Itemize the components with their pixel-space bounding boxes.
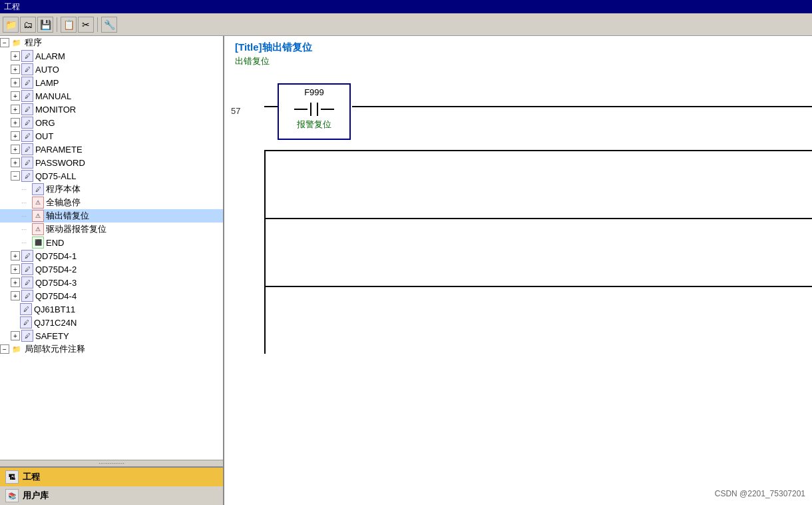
local-expander[interactable]: − xyxy=(0,344,9,354)
toolbar-cut-btn[interactable]: ✂ xyxy=(78,17,94,33)
alarm-expander[interactable]: + xyxy=(11,51,20,61)
auto-expander[interactable]: + xyxy=(11,65,20,74)
program-icon-qd75d41: 🖊 xyxy=(21,250,33,262)
qj71c24n-label: QJ71C24N xyxy=(34,318,77,328)
folder-icon-local: 📁 xyxy=(11,343,23,355)
lamp-expander[interactable]: + xyxy=(11,78,20,87)
toolbar-save-btn[interactable]: 💾 xyxy=(37,17,53,33)
qd75d44-expander[interactable]: + xyxy=(11,291,20,300)
program-icon-qd75all: 🖊 xyxy=(21,170,33,182)
tree-item-org[interactable]: + 🖊 ORG xyxy=(0,116,223,129)
end-icon: ⬛ xyxy=(32,237,44,249)
monitor-expander[interactable]: + xyxy=(11,105,20,114)
password-label: PASSWORD xyxy=(35,158,85,168)
tree-item-body[interactable]: ··· 🖊 程序本体 xyxy=(0,183,223,196)
toolbar-separator xyxy=(57,17,57,32)
manual-expander[interactable]: + xyxy=(11,91,20,101)
qd75d43-expander[interactable]: + xyxy=(11,278,20,287)
rung-number-57: 57 xyxy=(231,106,240,116)
tree-item-drivereset[interactable]: ··· ⚠ 驱动器报答复位 xyxy=(0,223,223,236)
qd75d44-label: QD75D4-4 xyxy=(35,291,77,301)
drivereset-label: 驱动器报答复位 xyxy=(46,223,106,235)
tree-item-qd75all[interactable]: − 🖊 QD75-ALL xyxy=(0,169,223,183)
toolbar-settings-btn[interactable]: 🔧 xyxy=(101,17,117,33)
left-bus-to-contact xyxy=(264,106,278,107)
tree-item-safety[interactable]: + 🖊 SAFETY xyxy=(0,329,223,342)
tree-item-end[interactable]: ··· ⬛ END xyxy=(0,236,223,249)
contact-to-right-line xyxy=(352,106,812,107)
toolbar-separator2 xyxy=(97,17,98,32)
program-icon-qd75d42: 🖊 xyxy=(21,263,33,275)
contact-annotation-f999: 报警复位 xyxy=(279,119,349,131)
qd75d41-expander[interactable]: + xyxy=(11,251,20,260)
program-icon-qj61bt11: 🖊 xyxy=(20,303,32,315)
tab-engineering[interactable]: 🏗 工程 xyxy=(0,468,223,486)
program-icon-body: 🖊 xyxy=(32,183,44,195)
scroll-indicator: ·············· xyxy=(0,460,223,466)
left-vert-1 xyxy=(264,151,266,218)
program-icon-auto: 🖊 xyxy=(21,63,33,75)
root-label: 程序 xyxy=(25,37,42,49)
tree-item-errorreset[interactable]: ··· ⚠ 轴出错复位 xyxy=(0,209,223,223)
toolbar-new-btn[interactable]: 📁 xyxy=(3,17,19,33)
tree-item-lamp[interactable]: + 🖊 LAMP xyxy=(0,76,223,89)
out-label: OUT xyxy=(35,131,53,141)
tree-item-alarm[interactable]: + 🖊 ALARM xyxy=(0,49,223,63)
auto-label: AUTO xyxy=(35,65,59,75)
qd75d42-label: QD75D4-2 xyxy=(35,264,77,274)
tree-item-password[interactable]: + 🖊 PASSWORD xyxy=(0,156,223,169)
program-icon-paramete: 🖊 xyxy=(21,143,33,155)
watermark: CSDN @2201_75307201 xyxy=(715,489,805,498)
tree-item-qj61bt11[interactable]: 🖊 QJ61BT11 xyxy=(0,302,223,316)
program-icon-qd75d43: 🖊 xyxy=(21,276,33,288)
safety-label: SAFETY xyxy=(35,331,69,341)
qd75d42-expander[interactable]: + xyxy=(11,264,20,274)
tree-item-qj71c24n[interactable]: 🖊 QJ71C24N xyxy=(0,316,223,329)
password-expander[interactable]: + xyxy=(11,158,20,167)
tree-area[interactable]: − 📁 程序 + 🖊 ALARM + 🖊 AUTO + xyxy=(0,36,223,460)
tree-item-qd75d43[interactable]: + 🖊 QD75D4-3 xyxy=(0,276,223,289)
safety-expander[interactable]: + xyxy=(11,331,20,340)
empty-rung-2 xyxy=(264,219,812,286)
ladder-subtitle: 出错复位 xyxy=(235,55,801,67)
ladder-header: [Title]轴出错复位 出错复位 xyxy=(224,36,812,70)
folder-icon: 📁 xyxy=(11,37,23,49)
tree-item-paramete[interactable]: + 🖊 PARAMETE xyxy=(0,143,223,156)
empty-rung-3 xyxy=(264,287,812,354)
program-icon-qd75d44: 🖊 xyxy=(21,290,33,302)
bottom-tabs: 🏗 工程 📚 用户库 xyxy=(0,466,223,505)
toolbar-copy-btn[interactable]: 📋 xyxy=(61,17,77,33)
tree-item-manual[interactable]: + 🖊 MANUAL xyxy=(0,89,223,103)
out-expander[interactable]: + xyxy=(11,131,20,141)
qd75all-expander[interactable]: − xyxy=(11,171,20,181)
org-label: ORG xyxy=(35,118,55,128)
sub-icon-errorreset: ⚠ xyxy=(32,210,44,222)
tree-item-localcomment[interactable]: − 📁 局部软元件注释 xyxy=(0,342,223,356)
tab-userlib-label: 用户库 xyxy=(23,490,49,502)
tree-item-estop[interactable]: ··· ⚠ 全轴急停 xyxy=(0,196,223,209)
root-expander[interactable]: − xyxy=(0,38,9,47)
paramete-expander[interactable]: + xyxy=(11,145,20,154)
org-expander[interactable]: + xyxy=(11,118,20,127)
program-icon-org: 🖊 xyxy=(21,117,33,129)
qd75d41-label: QD75D4-1 xyxy=(35,251,77,261)
tree-item-qd75d42[interactable]: + 🖊 QD75D4-2 xyxy=(0,262,223,276)
qd75d43-label: QD75D4-3 xyxy=(35,278,77,288)
contact-box-f999[interactable]: F999 报警复位 xyxy=(278,83,351,140)
tab-userlib[interactable]: 📚 用户库 xyxy=(0,486,223,505)
tree-item-monitor[interactable]: + 🖊 MONITOR xyxy=(0,103,223,116)
tree-item-auto[interactable]: + 🖊 AUTO xyxy=(0,63,223,76)
toolbar-open-btn[interactable]: 🗂 xyxy=(20,17,36,33)
tree-item-qd75d41[interactable]: + 🖊 QD75D4-1 xyxy=(0,249,223,262)
sub-icon-drivereset: ⚠ xyxy=(32,223,44,235)
left-panel: − 📁 程序 + 🖊 ALARM + 🖊 AUTO + xyxy=(0,36,224,505)
qj61bt11-label: QJ61BT11 xyxy=(34,304,75,314)
tree-root-program[interactable]: − 📁 程序 xyxy=(0,36,223,49)
tab-engineering-label: 工程 xyxy=(23,471,40,483)
paramete-label: PARAMETE xyxy=(35,145,83,155)
localcomment-label: 局部软元件注释 xyxy=(25,343,85,355)
estop-label: 全轴急停 xyxy=(46,197,81,209)
tree-item-qd75d44[interactable]: + 🖊 QD75D4-4 xyxy=(0,289,223,302)
right-panel[interactable]: [Title]轴出错复位 出错复位 57 F999 xyxy=(224,36,812,505)
tree-item-out[interactable]: + 🖊 OUT xyxy=(0,129,223,143)
